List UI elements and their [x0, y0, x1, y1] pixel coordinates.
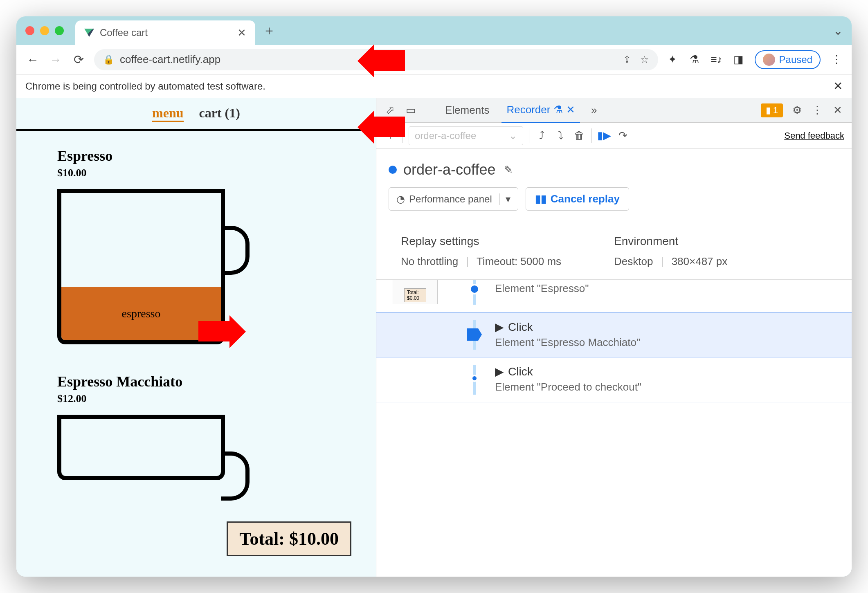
delete-icon[interactable]: 🗑: [573, 129, 586, 142]
recording-header: order-a-coffee ✎: [376, 149, 852, 182]
environment-settings: Environment Desktop | 380×487 px: [614, 235, 827, 268]
tab-title: Coffee cart: [100, 27, 148, 38]
reload-button[interactable]: ⟳: [71, 52, 86, 67]
extensions-icon[interactable]: ✦: [666, 54, 679, 66]
product-price: $12.00: [57, 393, 335, 405]
vue-icon: [84, 29, 94, 37]
page-nav: menu cart (1): [16, 98, 376, 131]
kebab-menu-icon[interactable]: ⋮: [830, 54, 843, 66]
maximize-window-button[interactable]: [55, 26, 64, 35]
profile-paused-button[interactable]: Paused: [755, 50, 821, 69]
address-bar: ← → ⟳ 🔒 coffee-cart.netlify.app ⇪ ☆ ✦ ⚗ …: [16, 45, 852, 74]
replay-settings: Replay settings No throttling | Timeout:…: [401, 235, 614, 268]
step-row-active[interactable]: ▶Click Element "Espresso Macchiato": [376, 312, 852, 357]
more-tabs-icon[interactable]: »: [587, 104, 600, 117]
recording-dot-icon: [389, 166, 397, 174]
product-espresso: Espresso $10.00 espresso: [16, 131, 376, 357]
step-over-icon[interactable]: ↷: [616, 129, 630, 142]
replay-icon[interactable]: ▮▶: [598, 129, 611, 142]
recording-select[interactable]: order-a-coffee ⌄: [409, 126, 523, 145]
viewport-value[interactable]: 380×487 px: [672, 255, 728, 267]
cup-handle-icon: [221, 226, 250, 275]
recording-title: order-a-coffee: [403, 161, 495, 178]
tab-list-chevron-icon[interactable]: ⌄: [833, 24, 843, 38]
lock-icon: 🔒: [103, 54, 114, 65]
url-text: coffee-cart.netlify.app: [120, 53, 220, 66]
close-window-button[interactable]: [25, 26, 34, 35]
inspect-icon[interactable]: ⬀: [384, 104, 397, 117]
nav-cart-link[interactable]: cart (1): [199, 106, 240, 122]
environment-heading: Environment: [614, 235, 827, 248]
expand-icon[interactable]: ▶: [495, 320, 504, 334]
step-row[interactable]: Total: $0.00 Element "Espresso": [376, 280, 852, 312]
pause-icon: ▮▮: [535, 193, 546, 205]
step-title: Click: [508, 365, 533, 378]
side-panel-icon[interactable]: ◨: [733, 54, 745, 66]
coffee-cup-button[interactable]: [57, 415, 229, 484]
replay-settings-heading: Replay settings: [401, 235, 614, 248]
send-feedback-link[interactable]: Send feedback: [784, 130, 844, 141]
performance-panel-button[interactable]: ◔ Performance panel ▾: [389, 187, 518, 211]
export-icon[interactable]: ⤴: [535, 129, 548, 142]
step-row[interactable]: ▶Click Element "Proceed to checkout": [376, 357, 852, 402]
issues-badge[interactable]: ▮ 1: [761, 103, 783, 117]
titlebar: Coffee cart ✕ ＋ ⌄: [16, 16, 852, 45]
close-tab-icon[interactable]: ✕: [566, 103, 575, 116]
step-element: Element "Proceed to checkout": [495, 381, 641, 393]
labs-icon[interactable]: ⚗: [688, 54, 701, 66]
warning-icon: ▮: [766, 105, 771, 116]
recorder-toolbar: ＋ order-a-coffee ⌄ ⤴ ⤵ 🗑 ▮▶ ↷ Send feedb…: [376, 123, 852, 149]
current-step-marker-icon: [467, 328, 482, 341]
step-thumbnail: Total: $0.00: [393, 280, 438, 304]
close-banner-icon[interactable]: ✕: [833, 79, 843, 93]
tab-recorder[interactable]: Recorder ⚗ ✕: [501, 98, 580, 123]
close-devtools-icon[interactable]: ✕: [831, 104, 844, 117]
tab-elements[interactable]: Elements: [440, 98, 494, 122]
avatar-icon: [763, 54, 775, 66]
minimize-window-button[interactable]: [40, 26, 49, 35]
chevron-down-icon[interactable]: ▾: [499, 193, 510, 205]
paused-label: Paused: [779, 54, 812, 65]
gauge-icon: ◔: [396, 193, 405, 205]
expand-icon[interactable]: ▶: [495, 365, 504, 378]
step-element: Element "Espresso Macchiato": [495, 336, 640, 349]
product-macchiato: Espresso Macchiato $12.00: [16, 357, 376, 492]
automation-text: Chrome is being controlled by automated …: [25, 81, 265, 92]
device-value[interactable]: Desktop: [614, 255, 653, 267]
recording-steps: Total: $0.00 Element "Espresso" ▶Click E…: [376, 280, 852, 577]
automation-banner: Chrome is being controlled by automated …: [16, 74, 852, 98]
total-badge[interactable]: Total: $10.00: [227, 521, 351, 556]
edit-icon[interactable]: ✎: [502, 163, 515, 176]
browser-toolbar: ✦ ⚗ ≡♪ ◨ Paused ⋮: [666, 50, 843, 69]
window-controls: [25, 26, 64, 35]
bookmark-icon[interactable]: ☆: [640, 54, 649, 65]
page-content: menu cart (1) Espresso $10.00 espresso E…: [16, 98, 376, 577]
cancel-replay-button[interactable]: ▮▮ Cancel replay: [526, 187, 629, 211]
recording-controls: ◔ Performance panel ▾ ▮▮ Cancel replay: [376, 182, 852, 223]
settings-row: Replay settings No throttling | Timeout:…: [376, 223, 852, 280]
timeout-value[interactable]: Timeout: 5000 ms: [477, 255, 561, 267]
product-name: Espresso: [57, 147, 335, 164]
back-button[interactable]: ←: [25, 52, 40, 67]
new-tab-button[interactable]: ＋: [263, 22, 276, 40]
share-icon[interactable]: ⇪: [623, 54, 631, 65]
cup-fill-label: espresso: [61, 287, 221, 340]
flask-icon: ⚗: [553, 103, 563, 116]
gear-icon[interactable]: ⚙: [790, 104, 803, 117]
annotation-arrow-icon: [376, 117, 405, 137]
device-toggle-icon[interactable]: ▭: [404, 104, 417, 117]
import-icon[interactable]: ⤵: [554, 129, 567, 142]
browser-tab[interactable]: Coffee cart ✕: [75, 20, 255, 45]
close-tab-icon[interactable]: ✕: [237, 27, 246, 39]
forward-button[interactable]: →: [48, 52, 63, 67]
product-price: $10.00: [57, 167, 335, 179]
chevron-down-icon: ⌄: [509, 130, 517, 142]
browser-window: Coffee cart ✕ ＋ ⌄ ← → ⟳ 🔒 coffee-cart.ne…: [16, 16, 852, 577]
cup-handle-icon: [221, 451, 250, 501]
step-title: Click: [508, 321, 533, 334]
kebab-icon[interactable]: ⋮: [811, 104, 824, 117]
nav-menu-link[interactable]: menu: [152, 106, 183, 122]
throttling-value[interactable]: No throttling: [401, 255, 458, 267]
step-element: Element "Espresso": [495, 282, 589, 295]
reading-list-icon[interactable]: ≡♪: [711, 54, 723, 66]
